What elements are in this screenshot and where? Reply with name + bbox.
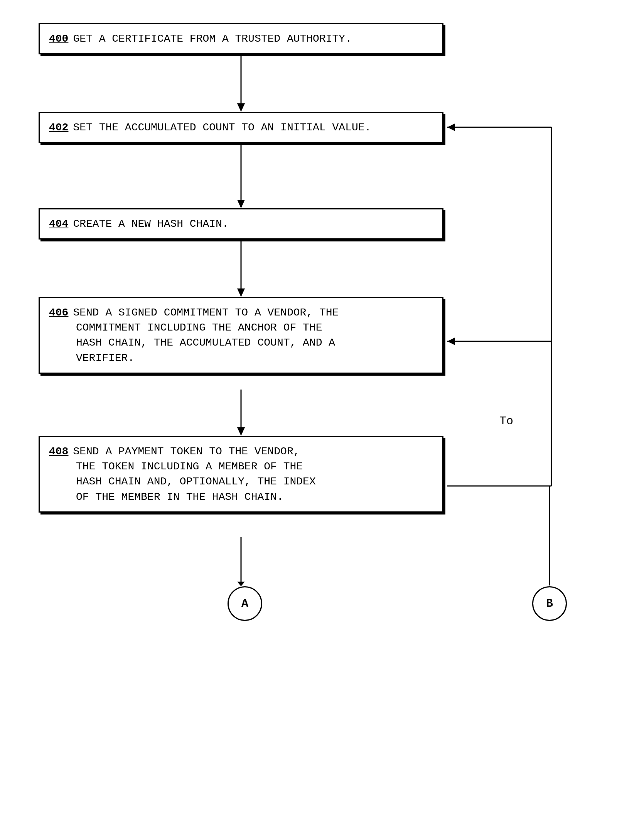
box-406-line2: COMMITMENT INCLUDING THE ANCHOR OF THE: [76, 322, 322, 334]
svg-marker-13: [447, 123, 455, 131]
box-408-line3: HASH CHAIN AND, OPTIONALLY, THE INDEX: [76, 476, 316, 488]
terminal-a: A: [228, 586, 262, 621]
box-402: 402SET THE ACCUMULATED COUNT TO AN INITI…: [39, 112, 443, 143]
box-400-text: GET A CERTIFICATE FROM A TRUSTED AUTHORI…: [73, 33, 352, 45]
svg-marker-1: [237, 103, 245, 112]
box-408-line2: THE TOKEN INCLUDING A MEMBER OF THE: [76, 461, 303, 472]
box-402-text: SET THE ACCUMULATED COUNT TO AN INITIAL …: [73, 121, 371, 133]
box-408-line1: SEND A PAYMENT TOKEN TO THE VENDOR,: [73, 445, 300, 457]
box-404: 404CREATE A NEW HASH CHAIN.: [39, 208, 443, 240]
svg-marker-7: [237, 427, 245, 436]
svg-marker-3: [237, 200, 245, 208]
box-404-text: CREATE A NEW HASH CHAIN.: [73, 218, 228, 230]
box-406-line1: SEND A SIGNED COMMITMENT TO A VENDOR, TH…: [73, 307, 339, 319]
svg-text:To: To: [499, 415, 513, 428]
svg-marker-5: [237, 288, 245, 297]
box-400: 400GET A CERTIFICATE FROM A TRUSTED AUTH…: [39, 23, 443, 54]
diagram-container: To 400GET A CERTIFICATE FROM A TRUSTED A…: [0, 0, 644, 835]
step-num-400: 400: [49, 33, 68, 45]
box-406-line3: HASH CHAIN, THE ACCUMULATED COUNT, AND A: [76, 337, 335, 349]
step-num-404: 404: [49, 218, 68, 230]
step-num-402: 402: [49, 121, 68, 133]
svg-marker-15: [447, 337, 455, 345]
box-406: 406SEND A SIGNED COMMITMENT TO A VENDOR,…: [39, 297, 443, 374]
terminal-a-label: A: [241, 597, 248, 610]
box-408-line4: OF THE MEMBER IN THE HASH CHAIN.: [76, 491, 283, 503]
box-406-line4: VERIFIER.: [76, 352, 134, 364]
terminal-b-label: B: [546, 597, 553, 610]
box-408: 408SEND A PAYMENT TOKEN TO THE VENDOR, T…: [39, 436, 443, 513]
terminal-b: B: [532, 586, 567, 621]
step-num-408: 408: [49, 445, 68, 457]
svg-marker-9: [237, 582, 245, 586]
step-num-406: 406: [49, 307, 68, 319]
